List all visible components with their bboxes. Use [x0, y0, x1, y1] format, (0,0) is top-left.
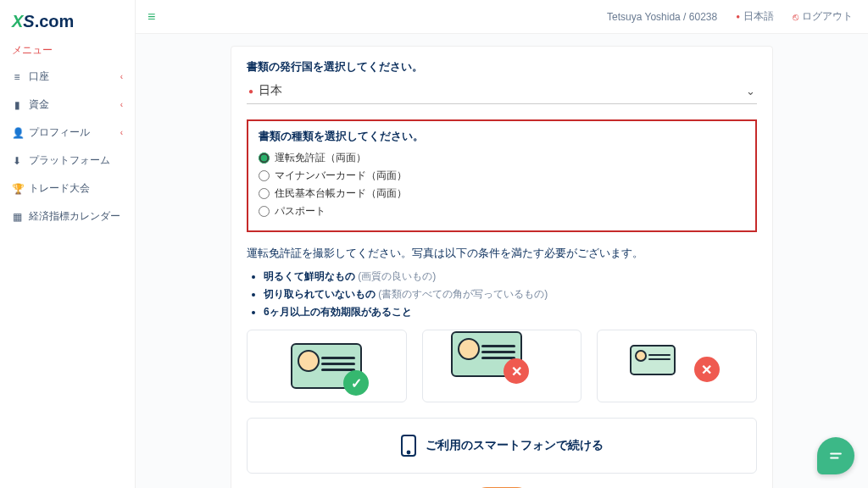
sidebar-item-label: プロフィール: [29, 125, 90, 140]
logout-label: ログアウト: [802, 9, 853, 24]
upload-card: 書類の発行国を選択してください。 ● 日本 ⌄ 書類の種類を選択してください。 …: [231, 46, 773, 488]
continue-on-phone-button[interactable]: ご利用のスマートフォンで続ける: [247, 418, 757, 474]
chevron-left-icon: ‹: [120, 72, 123, 81]
radio-drivers-license[interactable]: 運転免許証（両面）: [259, 149, 745, 167]
radio-residence-card[interactable]: 住民基本台帳カード（両面）: [259, 185, 745, 202]
svg-point-1: [408, 452, 410, 454]
radio-input[interactable]: [259, 188, 270, 199]
calendar-icon: ▦: [12, 211, 22, 223]
radio-label: パスポート: [275, 204, 326, 219]
wallet-icon: ▮: [12, 99, 22, 111]
radio-label: 運転免許証（両面）: [275, 151, 366, 165]
download-icon: ⬇: [12, 155, 22, 167]
chat-bubble-button[interactable]: [817, 437, 854, 474]
sidebar-item-contest[interactable]: 🏆トレード大会: [0, 175, 135, 202]
sidebar-item-profile[interactable]: 👤プロフィール ‹: [0, 119, 135, 147]
example-toosmall: ✕: [597, 330, 757, 402]
menu-title: メニュー: [0, 40, 135, 63]
radio-mynumber[interactable]: マイナンバーカード（両面）: [259, 167, 745, 185]
dot-icon: ●: [736, 13, 740, 20]
hamburger-icon[interactable]: ≡: [147, 9, 155, 25]
radio-input[interactable]: [259, 152, 270, 164]
radio-input[interactable]: [259, 170, 270, 181]
requirement-item: 切り取られていないもの (書類のすべての角が写っているもの): [264, 287, 757, 302]
logout-link[interactable]: ⎋ログアウト: [793, 9, 853, 24]
topbar: ≡ Tetsuya Yoshida / 60238 ●日本語 ⎋ログアウト: [136, 0, 868, 34]
example-good: ✓: [247, 330, 407, 402]
sidebar-item-label: 経済指標カレンダー: [29, 209, 120, 224]
language-label: 日本語: [743, 9, 774, 24]
radio-input[interactable]: [259, 206, 270, 217]
sidebar-item-label: 口座: [29, 69, 49, 84]
user-icon: 👤: [12, 127, 22, 139]
trophy-icon: 🏆: [12, 183, 22, 195]
doctype-label: 書類の種類を選択してください。: [259, 130, 745, 144]
doctype-radios: 運転免許証（両面） マイナンバーカード（両面） 住民基本台帳カード（両面） パス…: [259, 149, 745, 220]
sidebar-item-account[interactable]: ≡口座 ‹: [0, 63, 135, 91]
requirements-list: 明るくて鮮明なもの (画質の良いもの) 切り取られていないもの (書類のすべての…: [247, 269, 757, 319]
sidebar-item-platform[interactable]: ⬇プラットフォーム: [0, 147, 135, 175]
example-images: ✓ ✕: [247, 330, 757, 402]
country-value: 日本: [259, 83, 746, 98]
country-label: 書類の発行国を選択してください。: [247, 60, 757, 75]
radio-passport[interactable]: パスポート: [259, 202, 745, 220]
cross-icon: ✕: [694, 357, 720, 382]
chevron-down-icon: ⌄: [746, 85, 755, 97]
sidebar: XS.com メニュー ≡口座 ‹ ▮資金 ‹ 👤プロフィール ‹ ⬇プラットフ…: [0, 0, 136, 488]
smartphone-icon: [400, 434, 417, 458]
chevron-left-icon: ‹: [120, 100, 123, 109]
required-dot-icon: ●: [248, 86, 253, 96]
content: 書類の発行国を選択してください。 ● 日本 ⌄ 書類の種類を選択してください。 …: [136, 34, 868, 488]
sidebar-item-label: 資金: [29, 97, 49, 112]
country-select[interactable]: ● 日本 ⌄: [247, 80, 757, 104]
requirement-item: 6ヶ月以上の有効期限があること: [264, 305, 757, 319]
chat-icon: [827, 447, 844, 464]
example-cropped: ✕: [422, 330, 582, 402]
instruction-text: 運転免許証を撮影してください。写真は以下の条件を満たす必要がございます。: [247, 246, 757, 261]
radio-label: 住民基本台帳カード（両面）: [275, 186, 407, 201]
language-switch[interactable]: ●日本語: [736, 9, 774, 24]
list-icon: ≡: [12, 71, 22, 83]
sidebar-item-calendar[interactable]: ▦経済指標カレンダー: [0, 202, 135, 230]
sidebar-item-label: トレード大会: [29, 181, 90, 196]
checkmark-icon: ✓: [343, 370, 369, 396]
requirement-item: 明るくて鮮明なもの (画質の良いもの): [264, 269, 757, 284]
id-card-icon: [630, 345, 676, 375]
main: ≡ Tetsuya Yoshida / 60238 ●日本語 ⎋ログアウト 書類…: [136, 0, 868, 488]
user-label[interactable]: Tetsuya Yoshida / 60238: [607, 11, 717, 23]
sidebar-item-label: プラットフォーム: [29, 153, 110, 168]
sidebar-item-funds[interactable]: ▮資金 ‹: [0, 91, 135, 119]
phone-cta-label: ご利用のスマートフォンで続ける: [426, 438, 604, 453]
id-card-icon: ✓: [291, 343, 362, 389]
logo[interactable]: XS.com: [0, 7, 135, 40]
radio-label: マイナンバーカード（両面）: [275, 169, 407, 183]
doctype-box: 書類の種類を選択してください。 運転免許証（両面） マイナンバーカード（両面） …: [247, 119, 757, 232]
chevron-left-icon: ‹: [120, 128, 123, 137]
logout-icon: ⎋: [793, 11, 798, 23]
id-card-icon: ✕: [451, 331, 522, 377]
cross-icon: ✕: [504, 358, 529, 384]
